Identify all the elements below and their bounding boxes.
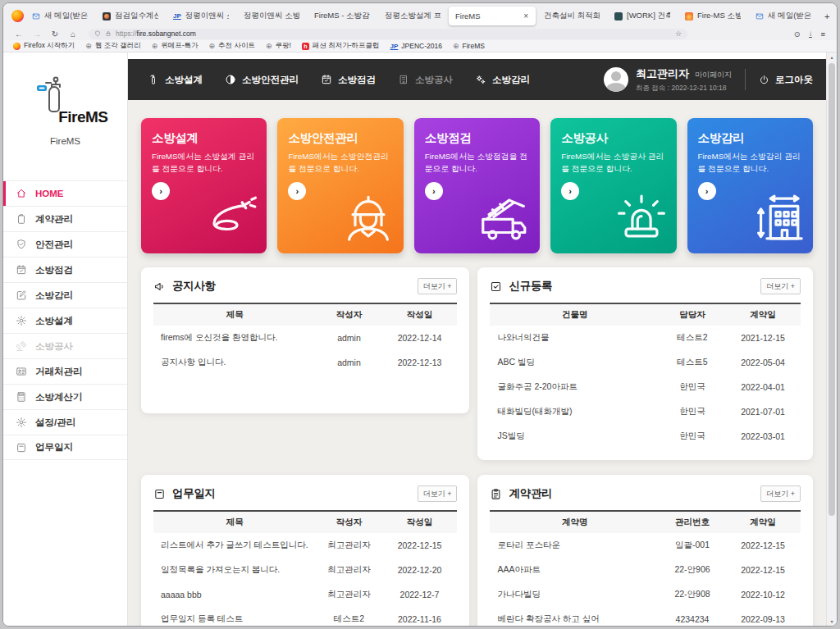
table-row[interactable]: 리스트에서 추가 글쓰기 테스트입니다. 최고관리자 2022-12-15 (153, 533, 457, 558)
user-name: 최고관리자 (636, 66, 689, 81)
table-row[interactable]: 베란다 확장공사 하고 싶어 4234234 2022-09-13 (490, 607, 801, 627)
table-row[interactable]: 업무일지 등록 테스트 테스트2 2022-11-16 (153, 607, 457, 627)
table-row[interactable]: 공지사항 입니다. admin 2022-12-13 (153, 350, 457, 375)
tab[interactable]: FireMS - 소방감리 프 (308, 7, 377, 25)
scrollbar-thumb[interactable] (829, 63, 835, 516)
table-row[interactable]: JS빌딩 한민국 2022-03-01 (490, 424, 801, 449)
logo: FireMS FireMS (3, 52, 127, 146)
calculator-app-icon (103, 12, 111, 21)
nav-item-inspection[interactable]: 소방점검 (321, 74, 376, 86)
table-row[interactable]: 굴화주공 2-20아파트 한민국 2022-04-01 (490, 375, 801, 399)
sidebar-item-safety[interactable]: 안전관리 (3, 231, 127, 257)
tab[interactable]: 정평이앤씨 소방안전 (237, 7, 306, 25)
sidebar-item-inspection[interactable]: 소방점검 (3, 257, 127, 282)
table-row[interactable]: aaaaa bbb 최고관리자 2022-12-7 (153, 582, 457, 607)
close-tab-icon[interactable]: × (523, 11, 529, 21)
pocket-icon[interactable]: ⊙ (794, 30, 801, 39)
downloads-icon[interactable]: ↓ (809, 30, 813, 38)
firefox-icon (13, 43, 21, 50)
last-access: 최종 접속 : 2022-12-21 10:18 (636, 84, 732, 93)
top-header: 소방설계 소방안전관리 소방점검 소방공사 소방감리 최고관리자 마이페이지 최… (128, 59, 826, 100)
feature-cards: 소방설계 FireMS에서는 소방설계 관리를 전문으로 합니다. › 소방안전… (141, 118, 813, 253)
table-row[interactable]: 일정목록을 가져오는지 봅니다. 최고관리자 2022-12-20 (153, 558, 457, 582)
page-scrollbar[interactable]: ▴ ▾ (826, 52, 837, 626)
nav-item-supervision[interactable]: 소방감리 (475, 74, 530, 86)
card-arrow-button[interactable]: › (698, 182, 716, 200)
shield-icon[interactable] (94, 30, 101, 37)
tab-list-button[interactable]: ▾ (836, 11, 838, 21)
mail-icon (756, 12, 764, 21)
bookmark[interactable]: ⊕쿠팡! (266, 41, 291, 51)
sidebar-item-design[interactable]: 소방설계 (3, 308, 127, 333)
inspection-icon (321, 74, 332, 85)
bookmark[interactable]: h패션 최저가-하프클럽 (302, 41, 380, 51)
bookmark[interactable]: Firefox 시작하기 (13, 41, 75, 51)
home-button[interactable]: ⌂ (66, 30, 80, 39)
sidebar-item-supervision[interactable]: 소방감리 (3, 282, 127, 308)
sidebar-item-calculator[interactable]: 소방계산기 (3, 384, 127, 409)
more-button[interactable]: 더보기 + (418, 485, 458, 502)
sidebar-item-settings[interactable]: 설정/관리 (3, 409, 127, 435)
more-button[interactable]: 더보기 + (760, 278, 801, 294)
new-registration-table: 건물명 담당자 계약일 나와너의건물 테스트2 2021-12-15 (490, 303, 801, 449)
bookmark[interactable]: ⊕웹 조각 갤러리 (85, 41, 140, 51)
nav-item-design[interactable]: 소방설계 (148, 74, 203, 86)
card-arrow-button[interactable]: › (425, 182, 443, 200)
card-supervision[interactable]: 소방감리 FireMS에서는 소방감리 관리를 전문으로 합니다. › (687, 118, 813, 253)
table-row[interactable]: 태화빌딩(태화개발) 한민국 2021-07-01 (490, 399, 801, 424)
firefox-icon[interactable] (11, 10, 24, 22)
bookmark[interactable]: ⊕위메프-특가 (152, 41, 199, 51)
bookmark[interactable]: JPJPENC-2016 (390, 42, 442, 50)
menu-icon[interactable]: ≡ (820, 30, 825, 39)
table-row[interactable]: ABC 빌딩 테스트5 2022-05-04 (490, 350, 801, 375)
bookmark[interactable]: ⊕추천 사이트 (209, 41, 255, 51)
nav-item-safety[interactable]: 소방안전관리 (225, 74, 299, 86)
sidebar-item-contracts[interactable]: 계약관리 (3, 206, 127, 231)
forward-button[interactable]: → (30, 30, 44, 39)
tab[interactable]: Fire-MS 소방넷 (678, 7, 747, 25)
sidebar-item-construction: 소방공사 (3, 333, 127, 358)
card-arrow-button[interactable]: › (152, 182, 170, 200)
tab-active[interactable]: FireMS× (449, 7, 536, 25)
tab[interactable]: 새 메일(받은메일 (25, 7, 94, 25)
mypage-link[interactable]: 마이페이지 (695, 70, 732, 80)
table-row[interactable]: 나와너의건물 테스트2 2021-12-15 (490, 326, 801, 350)
more-button[interactable]: 더보기 + (760, 485, 801, 502)
table-row[interactable]: 가나다빌딩 22-안908 2022-10-12 (490, 582, 801, 607)
gear-icon (16, 417, 27, 428)
tab[interactable]: 점검일수계산기 (96, 7, 165, 25)
card-desc: FireMS에서는 소방설계 관리를 전문으로 합니다. (152, 151, 256, 175)
card-desc: FireMS에서는 소방안전관리를 전문으로 합니다. (288, 151, 392, 175)
tab[interactable]: JP정평이앤씨 소방 (167, 7, 235, 25)
reload-button[interactable]: ↻ (48, 30, 62, 39)
table-row[interactable]: 로타리 포스타운 일괄-001 2022-12-15 (490, 533, 801, 558)
new-tab-button[interactable]: + (819, 11, 834, 21)
tab[interactable]: 새 메일(받은메일 (749, 7, 818, 25)
sidebar-item-clients[interactable]: 거래처관리 (3, 358, 127, 384)
tab[interactable]: 정평소방설계 프로그 (378, 7, 447, 25)
card-arrow-button[interactable]: › (288, 182, 306, 200)
browser-chrome: 새 메일(받은메일 점검일수계산기 JP정평이앤씨 소방 정평이앤씨 소방안전 … (3, 3, 837, 52)
card-safety[interactable]: 소방안전관리 FireMS에서는 소방안전관리를 전문으로 합니다. › (277, 118, 403, 253)
card-construction[interactable]: 소방공사 FireMS에서는 소방공사 관리를 전문으로 합니다. › (550, 118, 676, 253)
sidebar-item-home[interactable]: HOME (3, 180, 127, 206)
bookmark-star-icon[interactable]: ☆ (675, 30, 682, 38)
scroll-down-icon[interactable]: ▾ (827, 618, 837, 624)
sidebar-item-worklog[interactable]: 업무일지 (3, 435, 127, 460)
card-arrow-button[interactable]: › (561, 182, 579, 200)
back-button[interactable]: ← (11, 30, 26, 39)
table-row[interactable]: firems에 오신것을 환영합니다. admin 2022-12-14 (153, 326, 457, 350)
user-area: 최고관리자 마이페이지 최종 접속 : 2022-12-21 10:18 로그아… (604, 66, 826, 93)
card-title: 소방점검 (425, 130, 529, 146)
card-design[interactable]: 소방설계 FireMS에서는 소방설계 관리를 전문으로 합니다. › (141, 118, 267, 253)
bookmark[interactable]: ⊕FireMS (453, 42, 485, 50)
tab[interactable]: [WORK] 건축설비 (608, 7, 677, 25)
table-row[interactable]: AAA아파트 22-안906 2022-12-15 (490, 558, 801, 582)
logout-button[interactable]: 로그아웃 (759, 74, 813, 86)
tab[interactable]: 건축설비 최적화 시스 (537, 7, 606, 25)
card-inspection[interactable]: 소방점검 FireMS에서는 소방점검을 전문으로 합니다. › (414, 118, 540, 253)
gavel-icon (16, 340, 27, 352)
more-button[interactable]: 더보기 + (418, 278, 458, 294)
scroll-up-icon[interactable]: ▴ (827, 54, 837, 60)
url-bar[interactable]: https://fire.sobangnet.com ☆ (89, 29, 687, 39)
